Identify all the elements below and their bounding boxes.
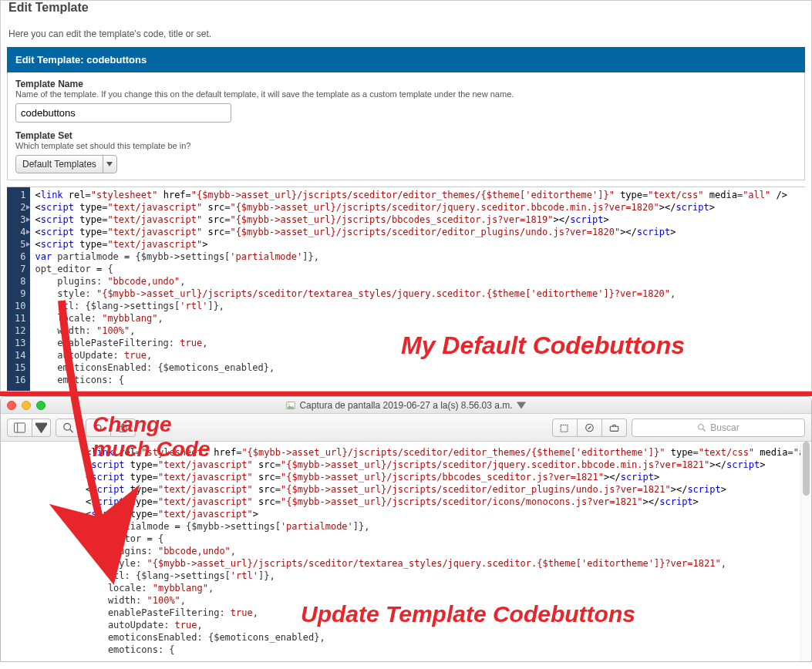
svg-rect-2 xyxy=(14,422,25,432)
traffic-lights xyxy=(7,401,45,410)
vertical-scrollbar[interactable] xyxy=(800,442,811,661)
image-file-icon xyxy=(286,401,295,410)
chevron-down-icon xyxy=(517,401,526,410)
template-name-label: Template Name xyxy=(15,79,797,89)
pen-button[interactable] xyxy=(578,419,602,437)
code-editor[interactable]: 12345678910111213141516 <link rel="style… xyxy=(7,187,805,391)
preview-code-content: <link rel="stylesheet" href="{$mybb->ass… xyxy=(1,442,811,661)
mac-titlebar: Captura de pantalla 2019-06-27 a la(s) 8… xyxy=(1,397,811,414)
preview-toolbar: Buscar xyxy=(1,414,811,442)
template-set-label: Template Set xyxy=(15,130,797,141)
svg-rect-9 xyxy=(610,426,618,431)
svg-rect-7 xyxy=(561,425,568,432)
template-set-value: Default Templates xyxy=(16,156,103,173)
fullscreen-button[interactable] xyxy=(36,401,45,410)
crop-button[interactable] xyxy=(552,419,578,437)
svg-line-11 xyxy=(703,429,706,431)
chevron-down-icon xyxy=(103,156,116,173)
panel-heading: Edit Template: codebuttons xyxy=(7,47,805,72)
window-title-text: Captura de pantalla 2019-06-27 a la(s) 8… xyxy=(299,400,512,411)
sidebar-dropdown[interactable] xyxy=(32,419,51,437)
svg-rect-0 xyxy=(287,402,295,408)
svg-line-5 xyxy=(70,429,73,432)
export-button[interactable] xyxy=(111,419,136,437)
rotate-button[interactable] xyxy=(86,419,111,437)
edit-template-page: Edit Template Here you can edit the temp… xyxy=(0,0,812,392)
rotate-group xyxy=(86,419,136,437)
panel-heading-name: codebuttons xyxy=(86,54,147,66)
svg-point-4 xyxy=(64,423,71,430)
svg-point-1 xyxy=(288,403,290,405)
template-name-input[interactable] xyxy=(15,103,231,123)
svg-point-10 xyxy=(699,424,704,429)
search-input[interactable]: Buscar xyxy=(632,419,805,437)
scrollbar-thumb[interactable] xyxy=(803,442,810,496)
minimize-button[interactable] xyxy=(22,401,31,410)
template-set-desc: Which template set should this template … xyxy=(15,141,797,150)
edit-template-panel: Edit Template: codebuttons Template Name… xyxy=(7,47,805,180)
toolbox-button[interactable] xyxy=(602,419,627,437)
sidebar-button[interactable] xyxy=(7,419,32,437)
panel-body: Template Name Name of the template. If y… xyxy=(7,72,805,180)
preview-window: Captura de pantalla 2019-06-27 a la(s) 8… xyxy=(0,396,812,662)
close-button[interactable] xyxy=(7,401,16,410)
template-set-select[interactable]: Default Templates xyxy=(15,155,117,173)
page-title: Edit Template xyxy=(1,1,811,21)
window-title: Captura de pantalla 2019-06-27 a la(s) 8… xyxy=(1,400,811,411)
search-placeholder: Buscar xyxy=(710,422,739,433)
template-name-desc: Name of the template. If you change this… xyxy=(15,89,797,99)
markup-group xyxy=(552,419,627,437)
template-set-block: Template Set Which template set should t… xyxy=(15,130,797,173)
code-gutter: 12345678910111213141516 xyxy=(7,187,30,391)
search-icon xyxy=(697,423,706,432)
panel-heading-prefix: Edit Template: xyxy=(15,54,86,66)
sidebar-toggle-group xyxy=(7,419,51,437)
zoom-button[interactable] xyxy=(56,419,81,437)
code-content[interactable]: <link rel="stylesheet" href="{$mybb->ass… xyxy=(30,187,805,391)
page-intro: Here you can edit the template's code, t… xyxy=(1,21,811,47)
